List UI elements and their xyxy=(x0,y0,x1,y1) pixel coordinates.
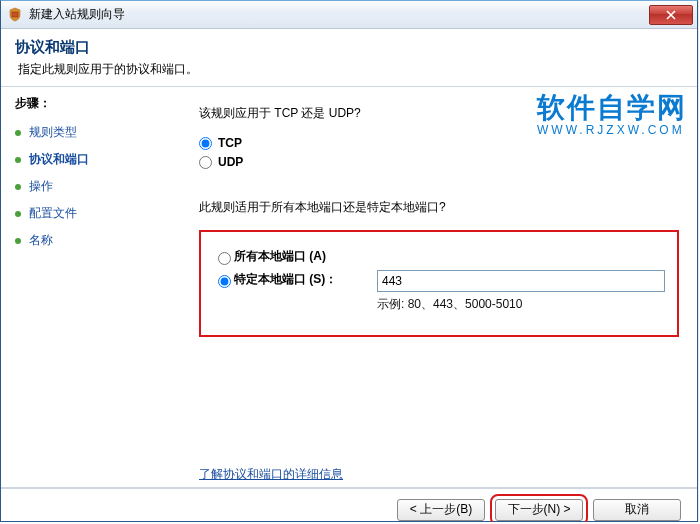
radio-tcp[interactable] xyxy=(199,137,212,150)
example-prefix: 示例: xyxy=(377,297,408,311)
radio-all-ports[interactable] xyxy=(218,252,231,265)
cancel-button[interactable]: 取消 xyxy=(593,499,681,521)
radio-udp[interactable] xyxy=(199,156,212,169)
window-title: 新建入站规则向导 xyxy=(29,6,649,23)
steps-title: 步骤： xyxy=(15,95,163,112)
radio-tcp-row: TCP xyxy=(199,136,679,150)
svg-rect-0 xyxy=(12,12,18,17)
radio-specific-ports[interactable] xyxy=(218,275,231,288)
page-title: 协议和端口 xyxy=(15,38,683,57)
titlebar: 新建入站规则向导 xyxy=(1,1,697,29)
sidebar: 步骤： 规则类型 协议和端口 操作 配置文件 名称 xyxy=(1,87,171,487)
radio-specific-ports-label: 特定本地端口 (S)： xyxy=(234,271,337,288)
sidebar-item-name[interactable]: 名称 xyxy=(15,232,163,249)
sidebar-item-rule-type[interactable]: 规则类型 xyxy=(15,124,163,141)
section-port-scope: 此规则适用于所有本地端口还是特定本地端口? 所有本地端口 (A) 特定本地端口 … xyxy=(199,199,679,337)
port-example: 示例: 80、443、5000-5010 xyxy=(377,296,665,313)
sidebar-item-protocol-port[interactable]: 协议和端口 xyxy=(15,151,163,168)
next-button[interactable]: 下一步(N) > xyxy=(495,499,583,521)
sidebar-item-label[interactable]: 规则类型 xyxy=(29,124,77,141)
bullet-icon xyxy=(15,238,21,244)
header: 协议和端口 指定此规则应用于的协议和端口。 xyxy=(1,29,697,86)
sidebar-item-action[interactable]: 操作 xyxy=(15,178,163,195)
wizard-window: 新建入站规则向导 协议和端口 指定此规则应用于的协议和端口。 步骤： 规则类型 … xyxy=(0,0,698,522)
app-icon xyxy=(7,7,23,23)
footer: < 上一步(B) 下一步(N) > 取消 xyxy=(1,488,697,522)
bullet-icon xyxy=(15,184,21,190)
radio-tcp-label: TCP xyxy=(218,136,242,150)
close-icon xyxy=(666,10,676,20)
sidebar-item-profile[interactable]: 配置文件 xyxy=(15,205,163,222)
radio-all-ports-row: 所有本地端口 (A) xyxy=(213,248,665,265)
content-pane: 软件自学网 WWW.RJZXW.COM 该规则应用于 TCP 还是 UDP? T… xyxy=(171,87,697,487)
sidebar-item-label[interactable]: 协议和端口 xyxy=(29,151,89,168)
radio-all-ports-label: 所有本地端口 (A) xyxy=(234,248,326,265)
learn-more-link[interactable]: 了解协议和端口的详细信息 xyxy=(199,466,343,483)
example-value: 80、443、5000-5010 xyxy=(408,297,523,311)
page-subtitle: 指定此规则应用于的协议和端口。 xyxy=(18,61,683,78)
close-button[interactable] xyxy=(649,5,693,25)
radio-udp-row: UDP xyxy=(199,155,679,169)
question-port-scope: 此规则适用于所有本地端口还是特定本地端口? xyxy=(199,199,679,216)
sidebar-item-label[interactable]: 名称 xyxy=(29,232,53,249)
radio-udp-label: UDP xyxy=(218,155,243,169)
back-button[interactable]: < 上一步(B) xyxy=(397,499,485,521)
sidebar-item-label[interactable]: 配置文件 xyxy=(29,205,77,222)
port-input-wrap xyxy=(377,270,665,292)
port-input[interactable] xyxy=(377,270,665,292)
bullet-icon xyxy=(15,211,21,217)
sidebar-item-label[interactable]: 操作 xyxy=(29,178,53,195)
bullet-icon xyxy=(15,157,21,163)
bullet-icon xyxy=(15,130,21,136)
watermark-small: WWW.RJZXW.COM xyxy=(537,123,687,137)
highlight-box-ports: 所有本地端口 (A) 特定本地端口 (S)： 示例: 80、443、5000-5… xyxy=(199,230,679,337)
body: 步骤： 规则类型 协议和端口 操作 配置文件 名称 xyxy=(1,87,697,487)
question-protocol: 该规则应用于 TCP 还是 UDP? xyxy=(199,105,679,122)
